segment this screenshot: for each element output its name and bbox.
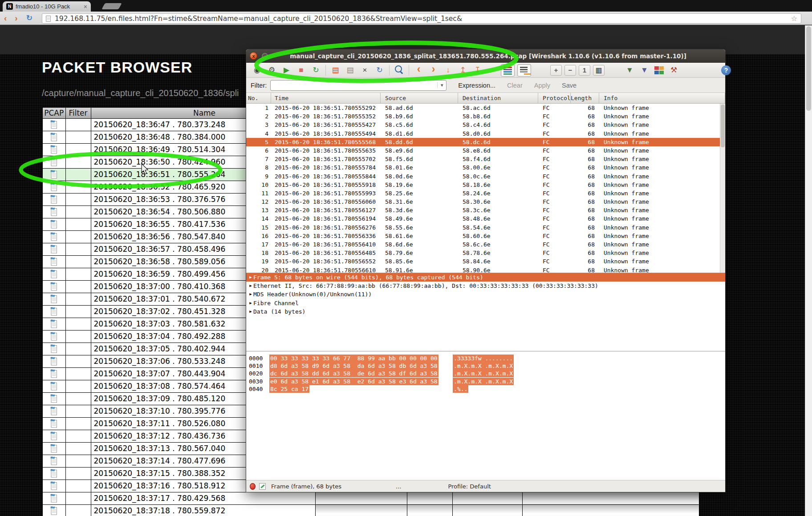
pcap-file-icon[interactable] [50,431,58,440]
capture-stop-icon[interactable]: ■ [295,64,307,77]
pcap-file-icon[interactable] [50,269,58,278]
apply-button[interactable]: Apply [534,82,550,89]
packet-row[interactable]: 52015-06-20 18:36:51.78055556858.dd.6d58… [246,138,725,146]
packet-col-header-destination[interactable]: Destination [458,93,538,103]
packet-row[interactable]: 112015-06-20 18:36:51.78055599358.25.6e5… [246,189,725,198]
scrollbar-thumb[interactable] [721,105,725,147]
pcap-file-icon[interactable] [50,306,58,316]
file-filter-cell[interactable] [65,280,91,293]
file-filter-cell[interactable] [65,168,91,181]
zoom-in-icon[interactable]: + [550,65,562,76]
pcap-file-icon[interactable] [50,456,58,465]
zoom-100-icon[interactable]: 1 [579,65,590,76]
packet-list-scrollbar[interactable] [720,104,725,273]
hex-row[interactable]: 0030e0 6d a3 58 e1 6d a3 58 e2 6d a3 58 … [246,378,725,385]
file-filter-cell[interactable] [65,118,91,131]
packet-row[interactable]: 62015-06-20 18:36:51.78055563558.e9.6d58… [246,146,725,155]
pcap-file-icon[interactable] [50,356,58,366]
file-filter-cell[interactable] [65,131,91,143]
file-filter-cell[interactable] [65,492,91,504]
file-filter-cell[interactable] [65,380,91,392]
packet-row[interactable]: 72015-06-20 18:36:51.78055570258.f5.6d58… [246,155,725,163]
pcap-file-icon[interactable] [50,394,58,403]
file-filter-cell[interactable] [65,293,91,305]
expander-icon[interactable]: ▶ [248,307,253,316]
pcap-file-icon[interactable] [50,344,58,353]
capture-filter-icon[interactable]: ▼ [624,64,636,77]
file-filter-cell[interactable] [65,343,91,355]
file-pcap-cell[interactable] [42,255,65,268]
file-filter-cell[interactable] [65,392,91,405]
packet-row[interactable]: 92015-06-20 18:36:51.78055584458.0d.6e58… [246,172,725,181]
go-back-icon[interactable]: ‹ [413,64,425,77]
zoom-out-icon[interactable]: − [564,65,576,76]
file-filter-cell[interactable] [65,143,91,156]
file-filter-cell[interactable] [65,305,91,318]
file-pcap-cell[interactable] [42,467,65,480]
pcap-file-icon[interactable] [50,120,58,129]
pcap-file-icon[interactable] [50,443,58,453]
reload-capture-icon[interactable]: ↻ [374,64,386,77]
file-filter-cell[interactable] [65,243,91,255]
bookmark-star-icon[interactable]: ☆ [791,14,797,23]
browser-tab[interactable]: N fmadio10 - 10G Pack × [3,1,91,12]
pcap-file-icon[interactable] [50,369,58,378]
file-pcap-cell[interactable] [42,243,65,255]
file-filter-cell[interactable] [65,156,91,168]
help-icon[interactable]: ? [721,65,731,75]
filter-input[interactable] [271,81,437,90]
file-pcap-cell[interactable] [42,268,65,280]
go-forward-icon[interactable]: › [427,64,439,77]
packet-row[interactable]: 202015-06-20 18:36:51.78055661058.91.6e5… [246,266,725,273]
packet-row[interactable]: 122015-06-20 18:36:51.78055606058.31.6e5… [246,198,725,206]
packet-row[interactable]: 172015-06-20 18:36:51.78055641058.6d.6e5… [246,240,725,249]
coloring-rules-icon[interactable] [653,64,665,77]
file-pcap-cell[interactable] [42,181,65,193]
detail-row[interactable]: ▶Ethernet II, Src: 66:77:88:99:aa:bb (66… [246,282,725,290]
pcap-file-icon[interactable] [50,468,58,478]
file-pcap-cell[interactable] [42,218,65,230]
file-name-cell[interactable]: 20150620_18:37:18 . 780.559.872 [91,504,315,516]
file-filter-cell[interactable] [65,330,91,343]
open-capture-icon[interactable]: ▤ [329,64,341,77]
file-pcap-cell[interactable] [42,492,65,504]
pcap-file-icon[interactable] [50,506,58,515]
expander-icon[interactable]: ▶ [248,282,253,290]
back-icon[interactable]: ‹ [0,14,11,22]
file-filter-cell[interactable] [65,417,91,430]
pcap-file-icon[interactable] [50,244,58,254]
filter-combo[interactable]: ▾ [270,80,447,91]
pcap-file-icon[interactable] [50,294,58,303]
close-capture-icon[interactable]: × [359,64,371,77]
go-top-icon[interactable]: ↥ [457,64,469,77]
pcap-file-icon[interactable] [50,219,58,229]
packet-row[interactable]: 142015-06-20 18:36:51.78055619458.49.6e5… [246,214,725,223]
file-filter-cell[interactable] [65,455,91,467]
find-packet-icon[interactable] [393,64,405,77]
packet-row[interactable]: 162015-06-20 18:36:51.78055633658.61.6e5… [246,232,725,240]
file-pcap-cell[interactable] [42,293,65,305]
file-pcap-cell[interactable] [42,230,65,243]
pcap-file-icon[interactable] [50,257,58,266]
edit-note-icon[interactable] [259,483,266,490]
file-filter-cell[interactable] [65,268,91,280]
file-filter-cell[interactable] [65,367,91,380]
expression-button[interactable]: Expression... [458,82,495,89]
hex-row[interactable]: 00408c 25 ca 17.%.. [246,385,725,393]
file-pcap-cell[interactable] [42,405,65,417]
preferences-icon[interactable]: ⚒ [668,64,680,77]
file-filter-cell[interactable] [65,318,91,330]
hex-row[interactable]: 0020dc 6d a3 58 dd 6d a3 58 de 6d a3 58 … [246,370,725,377]
file-filter-cell[interactable] [65,193,91,206]
file-row[interactable]: 20150620_18:37:18 . 780.559.872 [42,504,699,516]
file-pcap-cell[interactable] [42,280,65,293]
pcap-file-icon[interactable] [50,282,58,291]
packet-col-header-length[interactable]: Length [571,93,599,103]
detail-row[interactable]: ▶Frame 5: 68 bytes on wire (544 bits), 6… [246,273,725,282]
file-pcap-cell[interactable] [42,417,65,430]
file-filter-cell[interactable] [65,430,91,442]
file-pcap-cell[interactable] [42,380,65,392]
packet-col-header-time[interactable]: Time [271,93,381,103]
scrollbar-thumb[interactable] [806,26,811,111]
file-pcap-cell[interactable] [42,355,65,367]
